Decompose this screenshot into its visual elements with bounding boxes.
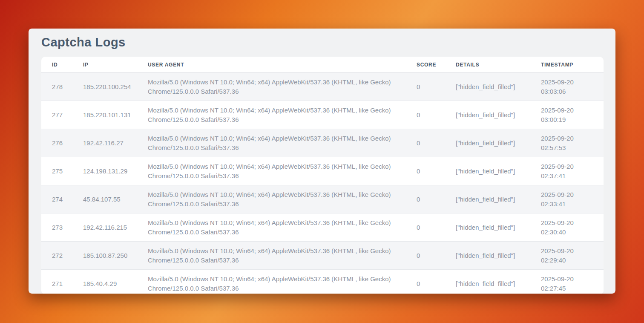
cell-user-agent: Mozilla/5.0 (Windows NT 10.0; Win64; x64… [148,270,417,294]
cell-id: 277 [41,101,83,129]
cell-ip: 124.198.131.29 [83,157,148,185]
column-header-details: DETAILS [456,57,541,73]
cell-id: 274 [41,185,83,213]
cell-user-agent: Mozilla/5.0 (Windows NT 10.0; Win64; x64… [148,242,417,270]
cell-timestamp: 2025-09-20 03:00:19 [541,101,604,129]
cell-id: 272 [41,242,83,270]
cell-details: ["hidden_field_filled"] [456,73,541,101]
table-row: 277 185.220.101.131 Mozilla/5.0 (Windows… [41,101,604,129]
table-row: 271 185.40.4.29 Mozilla/5.0 (Windows NT … [41,270,604,294]
cell-user-agent: Mozilla/5.0 (Windows NT 10.0; Win64; x64… [148,101,417,129]
cell-details: ["hidden_field_filled"] [456,242,541,270]
cell-user-agent: Mozilla/5.0 (Windows NT 10.0; Win64; x64… [148,213,417,242]
table-header: ID IP USER AGENT SCORE DETAILS TIMESTAMP [41,57,604,73]
cell-score: 0 [417,73,456,101]
column-header-id: ID [41,57,83,73]
cell-timestamp: 2025-09-20 03:03:06 [541,73,604,101]
cell-id: 273 [41,213,83,242]
cell-details: ["hidden_field_filled"] [456,185,541,213]
column-header-score: SCORE [417,57,456,73]
cell-score: 0 [417,101,456,129]
column-header-timestamp: TIMESTAMP [541,57,604,73]
captcha-logs-table: ID IP USER AGENT SCORE DETAILS TIMESTAMP… [41,57,604,294]
page-title: Captcha Logs [41,35,604,49]
cell-id: 275 [41,157,83,185]
cell-score: 0 [417,270,456,294]
captcha-logs-card: Captcha Logs ID IP USER AGENT SCORE DETA… [29,29,615,294]
cell-timestamp: 2025-09-20 02:29:40 [541,242,604,270]
cell-score: 0 [417,242,456,270]
cell-user-agent: Mozilla/5.0 (Windows NT 10.0; Win64; x64… [148,73,417,101]
cell-score: 0 [417,157,456,185]
card-header: Captcha Logs [41,29,604,57]
cell-user-agent: Mozilla/5.0 (Windows NT 10.0; Win64; x64… [148,185,417,213]
cell-details: ["hidden_field_filled"] [456,270,541,294]
table-row: 273 192.42.116.215 Mozilla/5.0 (Windows … [41,213,604,242]
cell-user-agent: Mozilla/5.0 (Windows NT 10.0; Win64; x64… [148,129,417,157]
cell-timestamp: 2025-09-20 02:30:40 [541,213,604,242]
table-container: ID IP USER AGENT SCORE DETAILS TIMESTAMP… [41,57,604,294]
table-body: 278 185.220.100.254 Mozilla/5.0 (Windows… [41,73,604,294]
cell-score: 0 [417,185,456,213]
table-row: 274 45.84.107.55 Mozilla/5.0 (Windows NT… [41,185,604,213]
cell-ip: 185.40.4.29 [83,270,148,294]
table-row: 278 185.220.100.254 Mozilla/5.0 (Windows… [41,73,604,101]
cell-timestamp: 2025-09-20 02:27:45 [541,270,604,294]
page-background: { "page": { "title": "Captcha Logs" }, "… [0,0,644,323]
table-row: 276 192.42.116.27 Mozilla/5.0 (Windows N… [41,129,604,157]
cell-score: 0 [417,213,456,242]
cell-details: ["hidden_field_filled"] [456,101,541,129]
cell-id: 271 [41,270,83,294]
cell-user-agent: Mozilla/5.0 (Windows NT 10.0; Win64; x64… [148,157,417,185]
cell-ip: 185.100.87.250 [83,242,148,270]
cell-details: ["hidden_field_filled"] [456,213,541,242]
cell-timestamp: 2025-09-20 02:37:41 [541,157,604,185]
cell-ip: 192.42.116.27 [83,129,148,157]
cell-ip: 185.220.101.131 [83,101,148,129]
cell-ip: 185.220.100.254 [83,73,148,101]
cell-ip: 45.84.107.55 [83,185,148,213]
cell-details: ["hidden_field_filled"] [456,157,541,185]
cell-id: 276 [41,129,83,157]
column-header-user-agent: USER AGENT [148,57,417,73]
cell-timestamp: 2025-09-20 02:57:53 [541,129,604,157]
table-header-row: ID IP USER AGENT SCORE DETAILS TIMESTAMP [41,57,604,73]
table-row: 272 185.100.87.250 Mozilla/5.0 (Windows … [41,242,604,270]
column-header-ip: IP [83,57,148,73]
cell-timestamp: 2025-09-20 02:33:41 [541,185,604,213]
cell-details: ["hidden_field_filled"] [456,129,541,157]
table-row: 275 124.198.131.29 Mozilla/5.0 (Windows … [41,157,604,185]
cell-id: 278 [41,73,83,101]
cell-ip: 192.42.116.215 [83,213,148,242]
cell-score: 0 [417,129,456,157]
